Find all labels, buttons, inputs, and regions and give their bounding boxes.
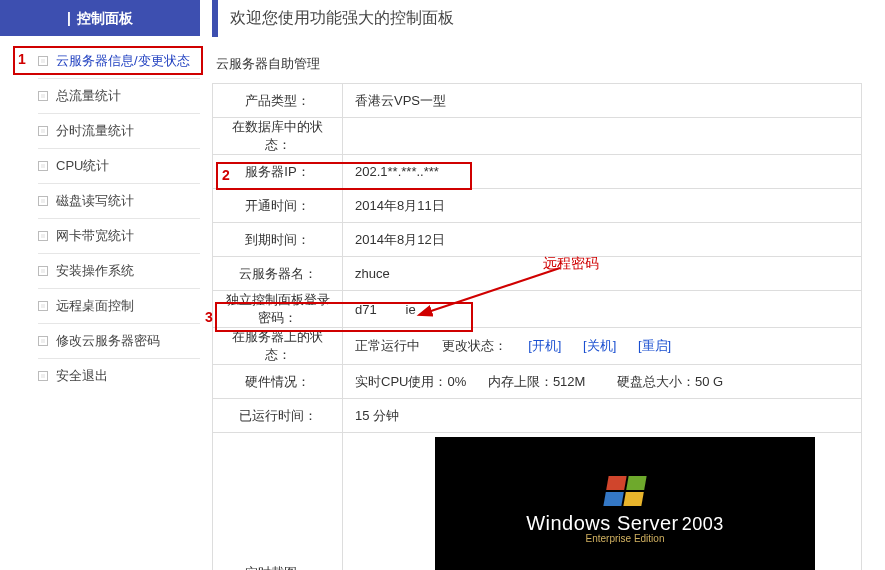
sidebar-item-disk-io[interactable]: 磁盘读写统计 bbox=[38, 186, 200, 216]
cell-label: 开通时间： bbox=[213, 189, 343, 223]
sidebar-item-server-info[interactable]: 云服务器信息/变更状态 bbox=[38, 46, 200, 76]
cell-label: 产品类型： bbox=[213, 84, 343, 118]
cell-label: 到期时间： bbox=[213, 223, 343, 257]
annotation-remote-password: 远程密码 bbox=[543, 255, 599, 273]
row-server-name: 云服务器名： zhuce bbox=[213, 257, 862, 291]
annotation-number-2: 2 bbox=[222, 167, 230, 183]
cell-label: 硬件情况： bbox=[213, 365, 343, 399]
cell-value: 香港云VPS一型 bbox=[343, 84, 862, 118]
row-runtime: 已运行时间： 15 分钟 bbox=[213, 399, 862, 433]
cell-value: 实时CPU使用：0% 内存上限：512M 硬盘总大小：50 G bbox=[343, 365, 862, 399]
sidebar-item-label: CPU统计 bbox=[56, 157, 109, 175]
windows-server-text: Windows Server2003 bbox=[526, 512, 724, 535]
row-panel-password: 独立控制面板登录密码： d71 ie bbox=[213, 291, 862, 328]
cell-value: 15 分钟 bbox=[343, 399, 862, 433]
cell-value bbox=[343, 118, 862, 155]
row-hardware: 硬件情况： 实时CPU使用：0% 内存上限：512M 硬盘总大小：50 G bbox=[213, 365, 862, 399]
sidebar-item-label: 总流量统计 bbox=[56, 87, 121, 105]
sidebar-item-label: 磁盘读写统计 bbox=[56, 192, 134, 210]
sidebar-item-label: 分时流量统计 bbox=[56, 122, 134, 140]
cell-value: 2014年8月11日 bbox=[343, 189, 862, 223]
cell-value: 202.1**.***..*** bbox=[343, 155, 862, 189]
cell-label: 云服务器名： bbox=[213, 257, 343, 291]
sidebar-item-change-password[interactable]: 修改云服务器密码 bbox=[38, 326, 200, 356]
status-value: 正常运行中 bbox=[355, 337, 420, 355]
windows-logo-icon bbox=[603, 476, 646, 506]
sidebar-item-cpu[interactable]: CPU统计 bbox=[38, 151, 200, 181]
cell-label: 在数据库中的状态： bbox=[213, 118, 343, 155]
sidebar-item-label: 网卡带宽统计 bbox=[56, 227, 134, 245]
cell-value: d71 ie bbox=[343, 291, 862, 328]
sidebar-item-logout[interactable]: 安全退出 bbox=[38, 361, 200, 391]
change-status-label: 更改状态： bbox=[442, 337, 507, 355]
cell-screenshot: Windows Server2003 Enterprise Edition bbox=[343, 433, 862, 571]
bullet-icon bbox=[38, 126, 48, 136]
bullet-icon bbox=[38, 56, 48, 66]
bullet-icon bbox=[38, 196, 48, 206]
server-screenshot: Windows Server2003 Enterprise Edition bbox=[435, 437, 815, 570]
row-screenshot: 实时截图： Windows Server2003 Enterprise Edit… bbox=[213, 433, 862, 571]
row-expire-time: 到期时间： 2014年8月12日 bbox=[213, 223, 862, 257]
cell-value: 正常运行中 更改状态： [开机] [关机] [重启] bbox=[343, 328, 862, 365]
sidebar-item-label: 安全退出 bbox=[56, 367, 108, 385]
sidebar-item-label: 安装操作系统 bbox=[56, 262, 134, 280]
server-info-table: 产品类型： 香港云VPS一型 在数据库中的状态： 服务器IP： 202.1**.… bbox=[212, 83, 862, 570]
cell-value: 2014年8月12日 bbox=[343, 223, 862, 257]
annotation-number-1: 1 bbox=[18, 51, 26, 67]
windows-edition-text: Enterprise Edition bbox=[586, 533, 665, 544]
main-content: 欢迎您使用功能强大的控制面板 云服务器自助管理 产品类型： 香港云VPS一型 在… bbox=[200, 0, 885, 570]
row-product-type: 产品类型： 香港云VPS一型 bbox=[213, 84, 862, 118]
row-open-time: 开通时间： 2014年8月11日 bbox=[213, 189, 862, 223]
action-power-on[interactable]: [开机] bbox=[528, 337, 561, 355]
annotation-number-3: 3 bbox=[205, 309, 213, 325]
hardware-cpu: 实时CPU使用：0% bbox=[355, 374, 466, 389]
sidebar-item-nic-bandwidth[interactable]: 网卡带宽统计 bbox=[38, 221, 200, 251]
bullet-icon bbox=[38, 161, 48, 171]
sidebar: 控制面板 云服务器信息/变更状态 总流量统计 分时流量统计 CPU统计 bbox=[0, 0, 200, 391]
cell-label: 已运行时间： bbox=[213, 399, 343, 433]
bullet-icon bbox=[38, 371, 48, 381]
cell-label: 在服务器上的状态： bbox=[213, 328, 343, 365]
sidebar-item-total-traffic[interactable]: 总流量统计 bbox=[38, 81, 200, 111]
action-power-off[interactable]: [关机] bbox=[583, 337, 616, 355]
sidebar-item-label: 云服务器信息/变更状态 bbox=[56, 52, 190, 70]
bullet-icon bbox=[38, 266, 48, 276]
cell-label: 服务器IP： bbox=[213, 155, 343, 189]
bullet-icon bbox=[38, 91, 48, 101]
row-server-status: 在服务器上的状态： 正常运行中 更改状态： [开机] [关机] [重启] bbox=[213, 328, 862, 365]
row-server-ip: 服务器IP： 202.1**.***..*** bbox=[213, 155, 862, 189]
bullet-icon bbox=[38, 301, 48, 311]
hardware-mem: 内存上限：512M bbox=[488, 374, 586, 389]
bullet-icon bbox=[38, 336, 48, 346]
sidebar-item-label: 远程桌面控制 bbox=[56, 297, 134, 315]
sidebar-item-remote-desktop[interactable]: 远程桌面控制 bbox=[38, 291, 200, 321]
cell-label: 实时截图： bbox=[213, 433, 343, 571]
sidebar-item-install-os[interactable]: 安装操作系统 bbox=[38, 256, 200, 286]
bullet-icon bbox=[38, 231, 48, 241]
page-title: 欢迎您使用功能强大的控制面板 bbox=[212, 0, 885, 37]
action-reboot[interactable]: [重启] bbox=[638, 337, 671, 355]
section-title: 云服务器自助管理 bbox=[212, 47, 885, 83]
sidebar-header: 控制面板 bbox=[0, 0, 200, 36]
sidebar-item-hourly-traffic[interactable]: 分时流量统计 bbox=[38, 116, 200, 146]
row-db-status: 在数据库中的状态： bbox=[213, 118, 862, 155]
sidebar-title: 控制面板 bbox=[67, 10, 133, 26]
hardware-disk: 硬盘总大小：50 G bbox=[617, 374, 723, 389]
cell-value: zhuce bbox=[343, 257, 862, 291]
cell-label: 独立控制面板登录密码： bbox=[213, 291, 343, 328]
sidebar-item-label: 修改云服务器密码 bbox=[56, 332, 160, 350]
